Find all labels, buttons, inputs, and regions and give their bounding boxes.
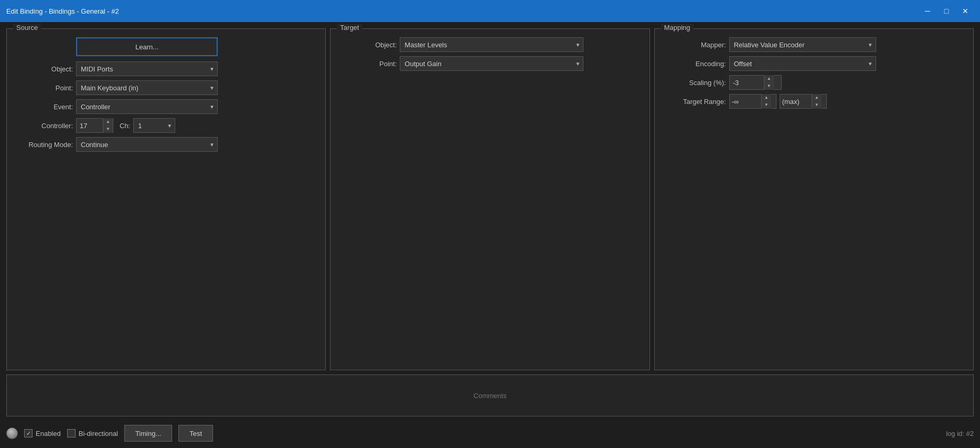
window-title: Edit Binding - Bindings - General - #2 <box>6 7 119 15</box>
mapper-label: Mapper: <box>663 41 726 49</box>
source-point-select[interactable]: Main Keyboard (in) <box>76 80 218 95</box>
minimize-button[interactable]: ─ <box>919 4 936 18</box>
target-object-row: Object: Master Levels ▼ <box>339 37 641 52</box>
source-event-label: Event: <box>15 103 73 111</box>
mapping-panel: Mapping Mapper: Relative Value Encoder ▼… <box>654 28 974 370</box>
target-point-select[interactable]: Output Gain <box>400 56 583 71</box>
source-controller-label: Controller: <box>15 122 73 130</box>
source-routing-row: Routing Mode: Continue ▼ <box>15 137 317 152</box>
target-object-label: Object: <box>339 41 397 49</box>
target-panel: Target Object: Master Levels ▼ Point: Ou… <box>330 28 649 370</box>
scaling-row: Scaling (%): ▲ ▼ <box>663 75 965 90</box>
log-id: log id: #2 <box>946 430 974 437</box>
encoding-select-wrapper: Offset ▼ <box>729 56 876 71</box>
target-range-min-buttons: ▲ ▼ <box>761 94 771 109</box>
main-content: Source Learn... Object: MIDI Ports ▼ Poi… <box>0 22 980 448</box>
source-routing-select[interactable]: Continue <box>76 137 218 152</box>
source-object-row: Object: MIDI Ports ▼ <box>15 61 317 76</box>
source-routing-select-wrapper: Continue ▼ <box>76 137 218 152</box>
target-range-min-spinner: ▲ ▼ <box>729 94 776 109</box>
source-panel-title: Source <box>13 24 41 32</box>
radio-indicator <box>6 428 18 439</box>
mapper-select-wrapper: Relative Value Encoder ▼ <box>729 37 876 52</box>
source-panel: Source Learn... Object: MIDI Ports ▼ Poi… <box>6 28 326 370</box>
scaling-label: Scaling (%): <box>663 79 726 87</box>
enabled-label: Enabled <box>36 430 61 437</box>
learn-button[interactable]: Learn... <box>76 37 218 56</box>
ch-select[interactable]: 1 <box>133 118 175 133</box>
enabled-checkbox[interactable] <box>24 429 33 437</box>
source-point-label: Point: <box>15 84 73 92</box>
scaling-decrement-button[interactable]: ▼ <box>764 82 774 90</box>
controller-spinner: ▲ ▼ <box>76 118 113 133</box>
target-range-max-spinner: ▲ ▼ <box>780 94 827 109</box>
target-range-max-decrement[interactable]: ▼ <box>812 101 822 109</box>
mapper-row: Mapper: Relative Value Encoder ▼ <box>663 37 965 52</box>
mapping-panel-title: Mapping <box>661 24 694 32</box>
panels-row: Source Learn... Object: MIDI Ports ▼ Poi… <box>6 28 974 370</box>
ch-label: Ch: <box>120 122 130 130</box>
source-controller-row: Controller: ▲ ▼ Ch: 1 ▼ <box>15 118 317 133</box>
mapper-select[interactable]: Relative Value Encoder <box>729 37 876 52</box>
target-range-wrapper: ▲ ▼ ▲ ▼ <box>729 94 827 109</box>
source-event-row: Event: Controller ▼ <box>15 99 317 114</box>
target-object-select-wrapper: Master Levels ▼ <box>400 37 583 52</box>
bidirectional-checkbox[interactable] <box>67 429 76 437</box>
target-point-label: Point: <box>339 60 397 68</box>
close-button[interactable]: ✕ <box>957 4 974 18</box>
encoding-row: Encoding: Offset ▼ <box>663 56 965 71</box>
controller-input[interactable] <box>77 119 103 132</box>
scaling-spinner-buttons: ▲ ▼ <box>764 75 774 90</box>
scaling-spinner: ▲ ▼ <box>729 75 782 90</box>
window-controls: ─ □ ✕ <box>919 4 974 18</box>
comments-input[interactable] <box>7 392 973 400</box>
controller-increment-button[interactable]: ▲ <box>103 118 113 126</box>
scaling-increment-button[interactable]: ▲ <box>764 75 774 82</box>
target-point-select-wrapper: Output Gain ▼ <box>400 56 583 71</box>
target-range-min-decrement[interactable]: ▼ <box>762 101 771 109</box>
timing-button[interactable]: Timing... <box>124 425 172 442</box>
target-range-max-input[interactable] <box>780 95 812 108</box>
scaling-input[interactable] <box>730 76 764 89</box>
encoding-label: Encoding: <box>663 60 726 68</box>
source-object-select-wrapper: MIDI Ports ▼ <box>76 61 218 76</box>
target-object-select[interactable]: Master Levels <box>400 37 583 52</box>
source-event-select[interactable]: Controller <box>76 99 218 114</box>
target-range-row: Target Range: ▲ ▼ ▲ ▼ <box>663 94 965 109</box>
source-point-row: Point: Main Keyboard (in) ▼ <box>15 80 317 95</box>
target-panel-title: Target <box>337 24 362 32</box>
ch-select-wrapper: 1 ▼ <box>133 118 175 133</box>
controller-spinner-buttons: ▲ ▼ <box>103 118 113 133</box>
test-button[interactable]: Test <box>178 425 213 442</box>
target-range-min-input[interactable] <box>730 95 761 108</box>
source-event-select-wrapper: Controller ▼ <box>76 99 218 114</box>
controller-decrement-button[interactable]: ▼ <box>103 126 113 133</box>
bidirectional-label: Bi-directional <box>79 430 118 437</box>
source-object-label: Object: <box>15 65 73 73</box>
target-range-min-increment[interactable]: ▲ <box>762 94 771 101</box>
title-bar: Edit Binding - Bindings - General - #2 ─… <box>0 0 980 22</box>
comments-panel <box>6 374 974 416</box>
source-routing-label: Routing Mode: <box>15 141 73 149</box>
target-range-max-increment[interactable]: ▲ <box>812 94 822 101</box>
target-range-label: Target Range: <box>663 98 726 106</box>
target-range-max-buttons: ▲ ▼ <box>812 94 822 109</box>
source-point-select-wrapper: Main Keyboard (in) ▼ <box>76 80 218 95</box>
encoding-select[interactable]: Offset <box>729 56 876 71</box>
enabled-checkbox-label[interactable]: Enabled <box>24 429 61 437</box>
bidirectional-checkbox-label[interactable]: Bi-directional <box>67 429 118 437</box>
bottom-bar: Enabled Bi-directional Timing... Test lo… <box>6 421 974 442</box>
source-object-select[interactable]: MIDI Ports <box>76 61 218 76</box>
maximize-button[interactable]: □ <box>938 4 955 18</box>
target-point-row: Point: Output Gain ▼ <box>339 56 641 71</box>
